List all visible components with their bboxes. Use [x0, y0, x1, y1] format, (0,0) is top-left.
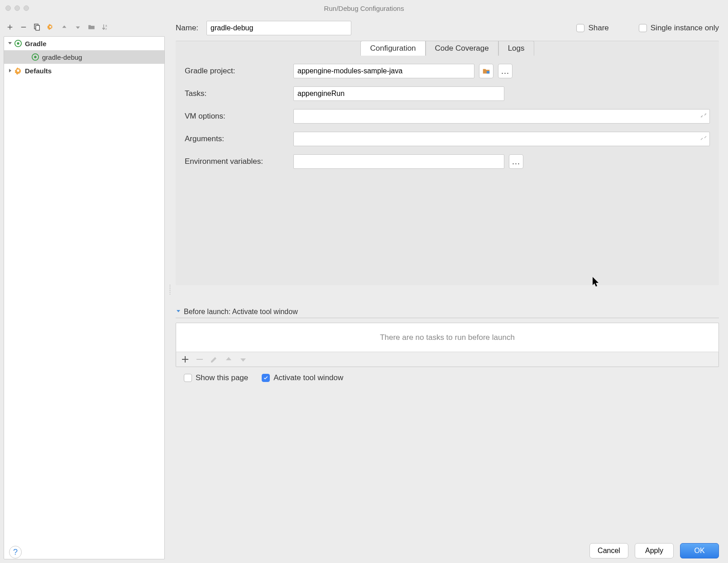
right-panel: Name: Share Single instance only Configu… — [171, 16, 728, 563]
edit-defaults-button[interactable] — [45, 22, 56, 33]
config-toolbar: az — [4, 20, 165, 36]
row-tasks: Tasks: — [185, 86, 710, 101]
name-input[interactable] — [206, 21, 351, 35]
chevron-down-icon — [176, 308, 181, 316]
bottom-checks: Show this page Activate tool window — [176, 373, 719, 382]
ellipsis-icon: ... — [501, 67, 509, 76]
show-page-label: Show this page — [196, 373, 248, 382]
move-task-up-button — [224, 355, 233, 364]
edit-task-button — [210, 355, 219, 364]
show-page-checkbox-group[interactable]: Show this page — [184, 373, 248, 382]
empty-tasks-text: There are no tasks to run before launch — [380, 333, 515, 342]
share-checkbox[interactable] — [576, 24, 584, 32]
close-window-button[interactable] — [5, 5, 11, 11]
browse-project-button[interactable]: ... — [498, 64, 512, 78]
before-launch-header[interactable]: Before launch: Activate tool window — [176, 308, 719, 318]
vm-options-label: VM options: — [185, 112, 293, 121]
tree-label: Defaults — [25, 67, 52, 75]
dialog-content: az Gradle gradle-debug — [0, 16, 728, 563]
copy-config-button[interactable] — [32, 22, 43, 33]
add-task-button[interactable] — [181, 355, 190, 364]
before-launch-title: Before launch: Activate tool window — [184, 308, 298, 316]
splitter-grip-icon — [169, 284, 171, 295]
name-label: Name: — [176, 24, 198, 33]
titlebar: Run/Debug Configurations — [0, 0, 728, 16]
gradle-project-label: Gradle project: — [185, 67, 293, 76]
svg-text:a: a — [105, 24, 107, 27]
ellipsis-icon: ... — [512, 157, 520, 167]
before-launch-tasks[interactable]: There are no tasks to run before launch — [176, 323, 719, 352]
gradle-project-input[interactable] — [293, 64, 474, 78]
single-instance-checkbox-group[interactable]: Single instance only — [639, 24, 719, 33]
wrench-icon — [14, 67, 22, 75]
tab-configuration[interactable]: Configuration — [360, 41, 425, 56]
gradle-icon — [31, 53, 39, 61]
dialog-buttons: Cancel Apply OK — [589, 543, 719, 563]
zoom-window-button[interactable] — [24, 5, 29, 11]
svg-point-8 — [34, 56, 36, 58]
tabs: Configuration Code Coverage Logs — [176, 41, 719, 56]
add-config-button[interactable] — [5, 22, 15, 33]
svg-point-9 — [17, 69, 19, 72]
svg-rect-10 — [487, 71, 489, 73]
expand-icon[interactable] — [700, 112, 707, 119]
tree-node-gradle-debug[interactable]: gradle-debug — [4, 50, 164, 64]
row-gradle-project: Gradle project: ... — [185, 64, 710, 78]
collapse-arrow-icon — [7, 67, 13, 74]
remove-config-button[interactable] — [18, 22, 29, 33]
row-env-vars: Environment variables: ... — [185, 154, 710, 169]
tree-node-defaults[interactable]: Defaults — [4, 64, 164, 77]
arguments-label: Arguments: — [185, 134, 293, 143]
ok-button[interactable]: OK — [680, 543, 719, 558]
gradle-icon — [14, 39, 22, 48]
window-title: Run/Debug Configurations — [0, 5, 728, 12]
tab-code-coverage[interactable]: Code Coverage — [426, 41, 498, 56]
edit-env-vars-button[interactable]: ... — [509, 154, 523, 169]
arguments-input[interactable] — [293, 132, 710, 146]
before-launch-section: Before launch: Activate tool window Ther… — [176, 308, 719, 382]
svg-point-2 — [49, 26, 52, 28]
left-panel: az Gradle gradle-debug — [0, 16, 168, 563]
tree-label: gradle-debug — [42, 53, 82, 61]
expand-icon[interactable] — [700, 134, 707, 142]
move-down-button[interactable] — [72, 22, 83, 33]
config-tree[interactable]: Gradle gradle-debug Defaults — [4, 36, 165, 559]
tree-label: Gradle — [25, 40, 47, 48]
tree-node-gradle[interactable]: Gradle — [4, 37, 164, 50]
apply-button[interactable]: Apply — [635, 543, 674, 558]
activate-tool-checkbox-group[interactable]: Activate tool window — [262, 373, 343, 382]
move-task-down-button — [239, 355, 248, 364]
row-vm-options: VM options: — [185, 109, 710, 124]
cancel-button[interactable]: Cancel — [589, 543, 628, 558]
row-arguments: Arguments: — [185, 132, 710, 146]
sort-button[interactable]: az — [100, 22, 110, 33]
help-button[interactable]: ? — [9, 546, 22, 558]
single-instance-label: Single instance only — [651, 24, 719, 33]
name-row: Name: Share Single instance only — [176, 21, 719, 41]
tasks-label: Tasks: — [185, 89, 293, 98]
expand-arrow-icon — [7, 40, 13, 47]
svg-point-6 — [17, 42, 19, 44]
env-vars-label: Environment variables: — [185, 157, 293, 166]
share-label: Share — [588, 24, 608, 33]
folder-button[interactable] — [86, 22, 97, 33]
before-launch-toolbar — [176, 352, 719, 367]
tab-logs[interactable]: Logs — [498, 41, 534, 56]
activate-tool-label: Activate tool window — [273, 373, 343, 382]
show-page-checkbox[interactable] — [184, 374, 192, 382]
single-instance-checkbox[interactable] — [639, 24, 647, 32]
svg-rect-1 — [36, 25, 39, 30]
select-registered-project-button[interactable] — [479, 64, 493, 78]
share-checkbox-group[interactable]: Share — [576, 24, 608, 33]
tasks-input[interactable] — [293, 86, 504, 101]
minimize-window-button[interactable] — [14, 5, 20, 11]
activate-tool-checkbox[interactable] — [262, 374, 270, 382]
traffic-lights — [0, 5, 29, 11]
remove-task-button — [195, 355, 204, 364]
env-vars-input[interactable] — [293, 154, 504, 169]
vm-options-input[interactable] — [293, 109, 710, 124]
move-up-button[interactable] — [59, 22, 70, 33]
svg-text:z: z — [105, 27, 107, 30]
configuration-panel: Configuration Code Coverage Logs Gradle … — [176, 41, 719, 285]
